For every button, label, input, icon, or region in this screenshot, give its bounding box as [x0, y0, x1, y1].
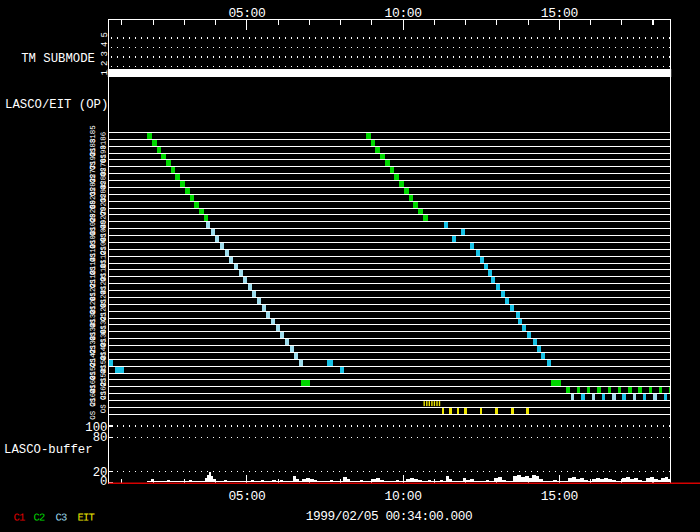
svg-text:LASCO/EIT (OP): LASCO/EIT (OP): [5, 98, 108, 112]
svg-text:10:00: 10:00: [385, 489, 422, 504]
svg-text:1999/02/05 00:34:00.000: 1999/02/05 00:34:00.000: [306, 509, 472, 524]
svg-text:0: 0: [100, 475, 107, 489]
svg-text:5: 5: [100, 32, 110, 37]
svg-text:OS 2164: OS 2164: [89, 388, 97, 420]
svg-text:TM SUBMODE: TM SUBMODE: [21, 52, 95, 66]
svg-text:C3: C3: [55, 512, 67, 524]
svg-text:15:00: 15:00: [541, 6, 578, 21]
svg-text:OS 2162: OS 2162: [99, 382, 107, 414]
svg-text:EIT: EIT: [77, 512, 94, 524]
svg-text:4: 4: [100, 42, 110, 47]
svg-text:C1: C1: [13, 511, 25, 523]
svg-text:3: 3: [100, 51, 110, 56]
svg-text:80: 80: [93, 431, 108, 445]
svg-text:05:00: 05:00: [228, 489, 265, 504]
svg-text:C2: C2: [33, 511, 45, 523]
svg-text:2: 2: [100, 60, 110, 65]
svg-text:10:00: 10:00: [385, 6, 422, 21]
svg-text:1: 1: [100, 70, 110, 75]
svg-text:LASCO-buffer: LASCO-buffer: [4, 443, 93, 457]
svg-text:15:00: 15:00: [541, 489, 578, 504]
svg-text:05:00: 05:00: [228, 6, 265, 21]
